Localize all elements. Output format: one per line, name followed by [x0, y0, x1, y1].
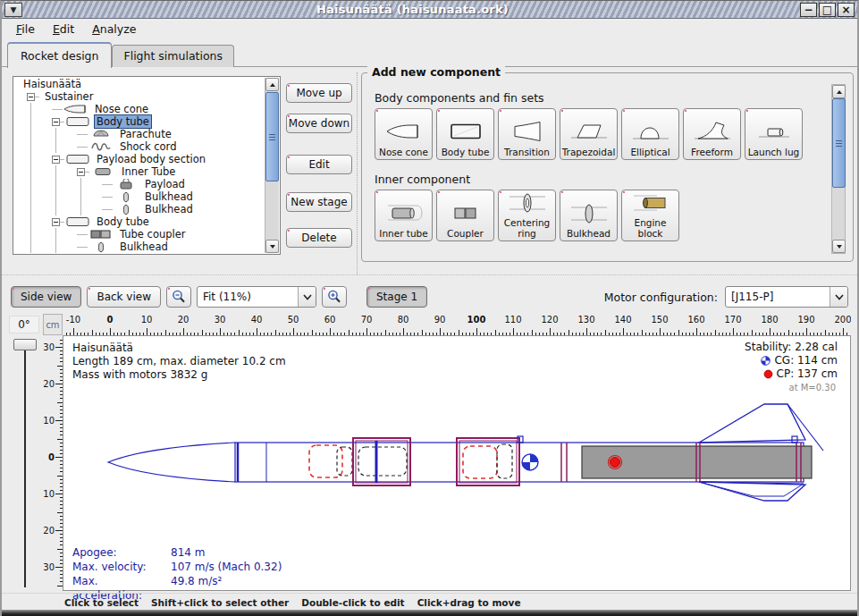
- component-tree: HaisunäätäSustainerNose coneBody tubePar…: [14, 78, 265, 253]
- tree-guide-line: [27, 128, 52, 140]
- tree-guide-line: [27, 228, 52, 240]
- component-button-label: Elliptical: [630, 148, 670, 157]
- tab-flight-simulations[interactable]: Flight simulations: [112, 45, 234, 67]
- scrollbar-thumb[interactable]: [265, 92, 279, 181]
- launch-lug-2-outline[interactable]: [792, 436, 797, 443]
- tree-item-label: Nose cone: [93, 103, 150, 115]
- component-button-trapezoidal[interactable]: Trapezoidal: [560, 108, 618, 160]
- fin-lower-outline[interactable]: [699, 482, 805, 501]
- tree-item-nose-cone[interactable]: Nose cone: [14, 103, 265, 115]
- elliptical-icon: [630, 117, 671, 148]
- maximize-button[interactable]: □: [819, 3, 836, 17]
- cp-marker[interactable]: [609, 456, 622, 469]
- new-stage-button[interactable]: New stage: [286, 192, 352, 212]
- component-button-centering-ring[interactable]: Centering ring: [498, 190, 556, 241]
- component-button-nose-cone[interactable]: Nose cone: [375, 108, 433, 160]
- tree-expander[interactable]: [27, 93, 35, 101]
- tree-item-sustainer[interactable]: Sustainer: [14, 90, 265, 103]
- tree-item-inner-tube[interactable]: Inner Tube: [14, 165, 265, 178]
- zoom-in-button[interactable]: [322, 286, 347, 308]
- slider-handle[interactable]: [13, 339, 37, 350]
- fin-upper-outline[interactable]: [699, 404, 805, 443]
- title-bar[interactable]: ▼ Haisunäätä (haisunaata.ork) − □ ×: [2, 1, 857, 19]
- parachute-2-outline[interactable]: [463, 446, 497, 478]
- component-button-body-tube[interactable]: Body tube: [436, 108, 494, 160]
- tree-expander[interactable]: [52, 218, 60, 226]
- rocket-view-area: 0° cm -100102030405060708090100110120130…: [2, 312, 857, 593]
- tree-item-bulkhead[interactable]: Bulkhead: [14, 203, 265, 215]
- tree-guide-line: [27, 103, 52, 115]
- hint-click-to-select: Click to select: [64, 597, 139, 608]
- close-button[interactable]: ×: [838, 3, 855, 17]
- stage-1-toggle[interactable]: Stage 1: [366, 286, 427, 308]
- menu-analyze[interactable]: Analyze: [83, 20, 145, 38]
- component-button-inner-tube[interactable]: Inner tube: [375, 190, 433, 241]
- delete-button[interactable]: Delete: [286, 228, 352, 248]
- tree-item-body-tube[interactable]: Body tube: [14, 115, 265, 128]
- shock-cord-outline[interactable]: [337, 447, 352, 476]
- scroll-down-button[interactable]: [832, 240, 846, 253]
- tree-item-body-tube[interactable]: Body tube: [14, 215, 265, 228]
- flight-stat-apogee: Apogee:814 m: [72, 545, 282, 560]
- scrollbar-thumb[interactable]: [832, 98, 846, 188]
- tree-item-parachute[interactable]: Parachute: [14, 128, 265, 140]
- shock-cord-2-outline[interactable]: [497, 444, 512, 478]
- tree-item-haisun-t[interactable]: Haisunäätä: [14, 78, 265, 90]
- minimize-button[interactable]: −: [800, 3, 817, 17]
- split-divider-vertical[interactable]: [357, 72, 358, 274]
- side-view-button[interactable]: Side view: [11, 286, 81, 308]
- rocket-canvas[interactable]: Haisunäätä Length 189 cm, max. diameter …: [63, 335, 851, 591]
- tab-bar: Rocket designFlight simulations: [2, 38, 857, 67]
- inner-tube-outline[interactable]: [358, 447, 407, 476]
- edit-button[interactable]: Edit: [286, 155, 352, 174]
- window-menu-button[interactable]: ▼: [4, 3, 22, 17]
- motor-configuration-select[interactable]: [J115-P]: [725, 286, 848, 308]
- tree-item-tube-coupler[interactable]: Tube coupler: [14, 228, 265, 240]
- tree-item-payload[interactable]: Payload: [14, 178, 265, 190]
- arrow-down-icon: [837, 245, 842, 249]
- nose-cone-outline[interactable]: [108, 443, 235, 482]
- back-view-button[interactable]: Back view: [87, 286, 161, 308]
- tree-item-bulkhead[interactable]: Bulkhead: [14, 190, 265, 203]
- menu-edit[interactable]: Edit: [44, 20, 83, 38]
- tree-item-shock-cord[interactable]: Shock cord: [14, 140, 265, 153]
- scroll-down-button[interactable]: [265, 240, 279, 253]
- rocket-design-pane: HaisunäätäSustainerNose coneBody tubePar…: [2, 67, 857, 274]
- scroll-up-button[interactable]: [265, 78, 279, 91]
- rotation-slider[interactable]: [13, 339, 38, 591]
- scroll-up-button[interactable]: [832, 85, 846, 98]
- move-up-button[interactable]: Move up: [286, 83, 352, 103]
- component-button-transition[interactable]: Transition: [498, 108, 556, 160]
- tree-expander[interactable]: [52, 118, 60, 126]
- ruler-label: 60: [324, 315, 336, 325]
- tree-expander[interactable]: [52, 156, 60, 164]
- component-button-bulkhead[interactable]: Bulkhead: [560, 190, 618, 241]
- tree-item-bulkhead[interactable]: Bulkhead: [14, 240, 265, 253]
- tree-guide-line: [52, 140, 77, 153]
- component-button-launch-lug[interactable]: Launch lug: [745, 108, 803, 160]
- component-button-freeform[interactable]: Freeform: [683, 108, 741, 160]
- split-divider-horizontal[interactable]: [2, 274, 857, 282]
- payload-section-outline[interactable]: [353, 438, 410, 485]
- component-button-elliptical[interactable]: Elliptical: [621, 108, 679, 160]
- bodytube-icon: [64, 116, 91, 128]
- motor-configuration-group: Motor configuration: [J115-P]: [604, 286, 848, 308]
- ruler-label: -30: [43, 342, 55, 352]
- cg-marker[interactable]: [522, 454, 538, 470]
- move-down-button[interactable]: Move down: [286, 114, 352, 133]
- nosecone-icon: [63, 104, 89, 115]
- component-groups: Body components and fin setsNose coneBod…: [375, 91, 817, 254]
- tab-rocket-design[interactable]: Rocket design: [7, 42, 112, 68]
- zoom-out-button[interactable]: [166, 286, 191, 308]
- transition-icon: [507, 117, 548, 148]
- tree-scrollbar[interactable]: [265, 78, 279, 253]
- magnifier-plus-icon: [326, 289, 342, 305]
- component-button-coupler[interactable]: Coupler: [436, 190, 494, 241]
- component-button-engine-block[interactable]: Engine block: [621, 190, 679, 241]
- menu-file[interactable]: File: [7, 20, 44, 38]
- tree-item-payload-body-section[interactable]: Payload body section: [14, 153, 265, 165]
- zoom-level-select[interactable]: Fit (11%): [197, 286, 316, 308]
- tree-item-label: Tube coupler: [118, 228, 188, 240]
- component-scrollbar[interactable]: [831, 84, 846, 254]
- tree-expander[interactable]: [77, 168, 85, 176]
